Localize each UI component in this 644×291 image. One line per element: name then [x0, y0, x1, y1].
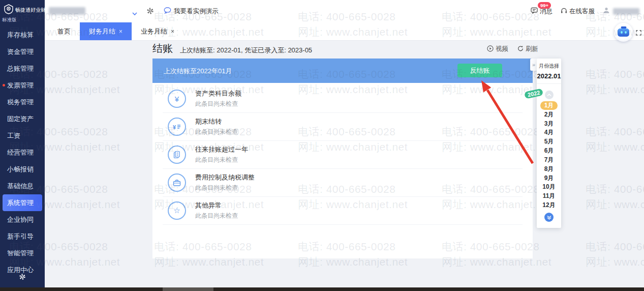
sidebar-item-basic-information[interactable]: 基础信息 [0, 178, 45, 194]
month-item-may[interactable]: 5月 [540, 137, 558, 146]
sidebar-menu: 库存核算 资金管理 总账管理 发票管理 税务管理 固定资产 工资 经营管理 小畅… [0, 26, 45, 278]
month-item-aug[interactable]: 8月 [540, 165, 558, 173]
fullscreen-icon[interactable] [636, 28, 641, 38]
banner-text: 上次结账至2022年01月 [164, 67, 232, 76]
taskbar-strip [0, 287, 644, 291]
sidebar-item-system-management[interactable]: 系统管理 [3, 194, 42, 211]
username-blurred [613, 8, 639, 15]
demo-speech-icon [164, 7, 171, 15]
headset-icon [561, 8, 567, 15]
sidebar: 畅捷通好业财 标准版 库存核算 资金管理 总账管理 发票管理 税务管理 固定资产… [0, 0, 45, 287]
check-item-asset-balance[interactable]: ¥ 资产类科目余额此条目尚未检查 [163, 85, 523, 113]
check-item-expense-tax-adjustment[interactable]: 费用控制及纳税调整此条目尚未检查 [163, 169, 523, 197]
sidebar-settings-gear-icon[interactable] [19, 273, 26, 282]
reverse-closing-button[interactable]: 反结账 [457, 64, 502, 77]
star-icon: ☆ [168, 201, 186, 220]
tab-business-monthly-close[interactable]: 业务月结× [132, 22, 183, 40]
yen-circle-icon: ¥ [168, 90, 186, 108]
page-title: 结账 [152, 42, 173, 55]
month-list: 1月 2月 3月 4月 5月 6月 7月 8月 9月 10月 11月 12月 [537, 101, 561, 210]
month-item-jul[interactable]: 7月 [540, 156, 558, 164]
sidebar-item-funds-management[interactable]: 资金管理 [0, 43, 45, 60]
sidebar-item-general-ledger[interactable]: 总账管理 [0, 60, 45, 77]
topbar-right-cluster: 消息 99+ 在线客服 [531, 0, 639, 22]
messages-button[interactable]: 消息 99+ [531, 7, 553, 16]
message-icon [531, 7, 538, 15]
check-item-overdue-accounts[interactable]: 往来挂账超过一年此条目尚未检查 [163, 141, 523, 169]
sidebar-item-tax-management[interactable]: 税务管理 [0, 94, 45, 110]
scroll-down-double-chevron-icon[interactable] [544, 213, 554, 222]
period-end-transfer-icon: ¥ [168, 118, 186, 136]
scroll-up-chevron-icon[interactable] [545, 91, 554, 99]
collapse-panel-chevron-icon[interactable]: » [530, 59, 537, 71]
month-item-mar[interactable]: 3月 [540, 120, 558, 128]
document-icon [168, 146, 186, 164]
assistant-robot-avatar[interactable] [614, 23, 633, 42]
user-account[interactable] [603, 7, 639, 16]
app-window: 畅捷通好业财 标准版 库存核算 资金管理 总账管理 发票管理 税务管理 固定资产… [0, 0, 644, 291]
tab-finance-monthly-close[interactable]: 财务月结× [80, 22, 132, 40]
month-item-oct[interactable]: 10月 [540, 183, 558, 191]
open-tabs: 首页 财务月结× 业务月结× [45, 22, 644, 40]
month-item-apr[interactable]: 4月 [540, 128, 558, 137]
sidebar-item-enterprise-collaboration[interactable]: 企业协同 [0, 211, 45, 228]
briefcase-icon [168, 173, 186, 192]
tab-home[interactable]: 首页 [48, 22, 80, 40]
close-tab-icon[interactable]: × [119, 28, 122, 35]
refresh-button[interactable]: 刷新 [517, 45, 538, 53]
month-item-nov[interactable]: 11月 [540, 192, 558, 200]
sidebar-item-operations-management[interactable]: 经营管理 [0, 144, 45, 161]
messages-count-badge: 99+ [538, 2, 551, 9]
sidebar-item-payroll[interactable]: 工资 [0, 127, 45, 144]
brand-edition: 标准版 [2, 17, 17, 23]
brand-name: 畅捷通好业财 [15, 7, 45, 14]
sidebar-item-fixed-assets[interactable]: 固定资产 [0, 110, 45, 127]
robot-face-icon [618, 28, 629, 37]
month-item-jun[interactable]: 6月 [540, 147, 558, 155]
tabbar: 首页 财务月结× 业务月结× [45, 22, 644, 41]
notification-dot [3, 84, 5, 86]
sidebar-item-beginner-guide[interactable]: 新手引导 [0, 228, 45, 245]
settings-gear-icon[interactable] [146, 7, 154, 17]
brand-logo-icon [4, 4, 14, 16]
video-button[interactable]: 视频 [487, 45, 508, 53]
month-selector-panel: 月份选择 2022.01 1月 2月 3月 4月 5月 6月 7月 8月 9月 … [537, 59, 561, 228]
chevron-down-icon[interactable] [132, 9, 137, 18]
sidebar-item-smart-management[interactable]: 智能管理 [0, 245, 45, 261]
check-item-period-end-transfer[interactable]: ¥ 期末结转此条目尚未检查 [163, 113, 523, 141]
user-avatar-icon [603, 7, 610, 16]
brand-logo: 畅捷通好业财 标准版 [0, 0, 45, 25]
sidebar-item-inventory-accounting[interactable]: 库存核算 [0, 26, 45, 43]
sidebar-item-expense-reimbursement[interactable]: 小畅报销 [0, 161, 45, 178]
main-content: 结账 上次结账至: 2022-01, 凭证已录入至: 2023-05 视频 刷新… [45, 40, 644, 287]
page-actions: 视频 刷新 [487, 45, 538, 53]
month-item-feb[interactable]: 2月 [540, 110, 558, 119]
month-panel-title: 月份选择 [537, 59, 561, 70]
closing-checklist: ¥ 资产类科目余额此条目尚未检查 ¥ 期末结转此条目尚未检查 往来挂账超过一年此… [152, 85, 533, 225]
svg-text:¥: ¥ [173, 124, 176, 130]
refresh-icon [517, 45, 524, 53]
company-name-blurred[interactable] [49, 7, 85, 15]
current-period: 2022.01 [537, 72, 561, 84]
month-item-dec[interactable]: 12月 [540, 201, 558, 210]
month-item-sep[interactable]: 9月 [540, 174, 558, 183]
close-tab-icon[interactable]: × [171, 28, 174, 35]
closing-card: 上次结账至2022年01月 反结账 ¥ 资产类科目余额此条目尚未检查 ¥ 期末结… [152, 59, 533, 258]
topbar: 我要看实例演示 消息 99+ 在线客服 [45, 0, 644, 22]
month-item-jan[interactable]: 1月 [540, 101, 558, 110]
sidebar-item-invoice-management[interactable]: 发票管理 [0, 77, 45, 94]
online-support-button[interactable]: 在线客服 [561, 7, 595, 16]
check-item-other-anomalies[interactable]: ☆ 其他异常此条目尚未检查 [163, 197, 523, 225]
closing-banner: 上次结账至2022年01月 反结账 [152, 59, 533, 83]
page-subtitle: 上次结账至: 2022-01, 凭证已录入至: 2023-05 [180, 46, 312, 55]
video-play-icon [487, 45, 494, 53]
demo-link[interactable]: 我要看实例演示 [164, 0, 219, 22]
